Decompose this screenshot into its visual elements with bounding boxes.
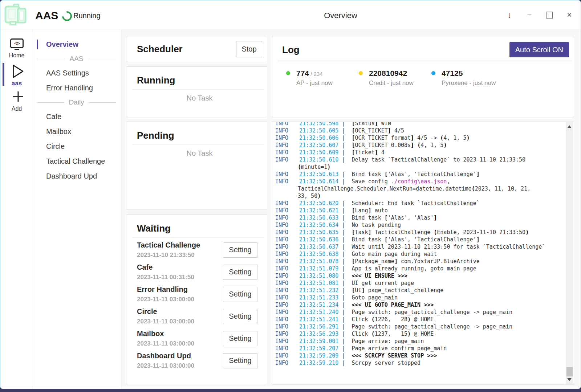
log-entry: INFO21:32:51.234 | <<< UI GOTO PAGE_MAIN… — [275, 301, 558, 309]
menu-item-cafe[interactable]: Cafe — [33, 109, 121, 124]
log-entry: INFO21:32:51.078 | [Package_name] com.Yo… — [275, 258, 558, 265]
menu-sidebar: OverviewAASAAS SettingsError HandlingDai… — [33, 30, 121, 389]
scheduler-title: Scheduler — [137, 44, 236, 55]
log-entry: INFO21:32:51.232 | [UI] page_tactical_ch… — [275, 287, 558, 294]
menu-item-circle[interactable]: Circle — [33, 139, 121, 154]
main-content: Scheduler Stop Running No Task Pending N… — [121, 30, 581, 389]
log-entry: INFO21:32:51.233 | Goto page_main — [275, 294, 558, 301]
menu-item-overview[interactable]: Overview — [33, 37, 121, 52]
waiting-task-row: Dashboard Upd2023-11-11 03:00:00Setting — [137, 350, 262, 372]
log-entry: INFO21:32:51.240 | Page switch: page_tac… — [275, 309, 558, 316]
log-header-panel: Log Auto Scroll ON 774 / 234AP - just no… — [272, 36, 574, 117]
code-monitor-icon: </> — [10, 38, 24, 48]
log-entry: INFO21:32:50.606 | [OCR_TICKET format] 4… — [275, 134, 558, 142]
nav-home-label: Home — [0, 52, 33, 59]
waiting-task-next-run: 2023-11-10 21:33:50 — [137, 252, 223, 259]
setting-button[interactable]: Setting — [223, 353, 257, 368]
stop-button[interactable]: Stop — [236, 41, 262, 57]
stat-credit: 220810942Credit - just now — [359, 69, 431, 87]
waiting-task-row: Mailbox2023-11-11 03:00:00Setting — [137, 327, 262, 350]
setting-button[interactable]: Setting — [223, 331, 257, 346]
scrollbar-thumb[interactable] — [566, 367, 573, 376]
setting-button[interactable]: Setting — [223, 265, 257, 280]
stat-dot-icon — [286, 71, 290, 75]
scroll-up-icon[interactable] — [567, 125, 572, 128]
waiting-task-next-run: 2023-11-11 03:00:00 — [137, 362, 223, 369]
waiting-title: Waiting — [137, 223, 262, 234]
log-entry: INFO21:32:59.210 | Scrcpy server stopped — [275, 359, 558, 367]
waiting-task-name: Circle — [137, 307, 223, 316]
nav-add-label: Add — [0, 106, 33, 112]
setting-button[interactable]: Setting — [223, 309, 257, 324]
log-entry: INFO21:32:50.613 | Bind task ['Alas', 'T… — [275, 171, 558, 178]
waiting-panel: Waiting Tactical Challenge2023-11-10 21:… — [127, 215, 267, 385]
log-title: Log — [282, 44, 509, 56]
resource-stats: 774 / 234AP - just now220810942Credit - … — [282, 69, 569, 87]
log-entry: INFO21:32:50.621 | [Lang] auto — [275, 207, 558, 214]
menu-item-dashboard-upd[interactable]: Dashboard Upd — [33, 169, 121, 184]
menu-group-divider: AAS — [33, 52, 121, 66]
waiting-task-name: Tactical Challenge — [137, 241, 223, 249]
log-entry: INFO21:32:50.610 | Delay task `TacticalC… — [275, 156, 558, 171]
title-bar: AAS Running Overview ↓−× — [0, 0, 581, 29]
log-entry: INFO21:32:51.241 | Click (1226, 28) @ HO… — [275, 316, 558, 323]
waiting-task-next-run: 2023-11-11 03:00:00 — [137, 318, 223, 325]
log-output-panel: INFO21:32:50.598 | [Status] WININFO21:32… — [272, 122, 574, 385]
log-entry: INFO21:32:50.609 | [Ticket] 4 — [275, 149, 558, 156]
close-icon[interactable]: × — [565, 10, 574, 20]
scheduler-panel: Scheduler Stop — [127, 36, 267, 62]
pending-empty-text: No Task — [137, 149, 262, 158]
plus-icon — [13, 91, 24, 102]
waiting-task-name: Cafe — [137, 263, 223, 271]
log-entry: INFO21:32:50.614 | Save config ./config\… — [275, 178, 558, 200]
minimize-icon[interactable]: − — [525, 10, 534, 20]
log-entry: INFO21:32:50.638 | Goto main page during… — [275, 250, 558, 258]
log-entry: INFO21:32:50.598 | [Status] WIN — [275, 122, 558, 127]
menu-item-aas-settings[interactable]: AAS Settings — [33, 66, 121, 81]
log-entry: INFO21:32:56.293 | Click (1237, 15) @ HO… — [275, 330, 558, 338]
menu-item-error-handling[interactable]: Error Handling — [33, 81, 121, 95]
waiting-task-name: Mailbox — [137, 330, 223, 338]
setting-button[interactable]: Setting — [223, 287, 257, 302]
nav-aas-label: aas — [0, 80, 33, 87]
log-entry: INFO21:32:50.620 | Scheduler: End task `… — [275, 200, 558, 207]
log-scrollbar[interactable] — [566, 122, 573, 384]
menu-item-tactical-challenge[interactable]: Tactical Challenge — [33, 154, 121, 169]
waiting-task-next-run: 2023-11-11 00:31:50 — [137, 274, 223, 281]
log-entry: INFO21:32:56.291 | Page switch: page_tac… — [275, 323, 558, 330]
stat-pyroxene: 47125Pyroxene - just now — [431, 69, 504, 87]
log-entry: INFO21:32:51.081 | UI get current page — [275, 279, 558, 287]
menu-item-mailbox[interactable]: Mailbox — [33, 124, 121, 139]
waiting-task-row: Cafe2023-11-11 00:31:50Setting — [137, 261, 262, 283]
log-entry: INFO21:32:50.635 | [Task] TacticalChalle… — [275, 229, 558, 236]
waiting-task-list: Tactical Challenge2023-11-10 21:33:50Set… — [137, 239, 262, 372]
stat-ap: 774 / 234AP - just now — [286, 69, 359, 87]
waiting-task-name: Dashboard Upd — [137, 352, 223, 360]
auto-scroll-button[interactable]: Auto Scroll ON — [509, 42, 569, 57]
app-window: AAS Running Overview ↓−× </> Home aas — [0, 0, 581, 389]
play-icon — [12, 64, 24, 79]
setting-button[interactable]: Setting — [223, 242, 257, 258]
waiting-task-row: Circle2023-11-11 03:00:00Setting — [137, 305, 262, 327]
waiting-task-next-run: 2023-11-11 03:00:00 — [137, 340, 223, 347]
maximize-icon[interactable] — [545, 12, 554, 19]
waiting-task-row: Error Handling2023-11-11 03:00:00Setting — [137, 283, 262, 305]
log-lines: INFO21:32:50.598 | [Status] WININFO21:32… — [275, 122, 558, 367]
log-entry: INFO21:32:50.607 | [OCR_TICKET 0.008s] (… — [275, 142, 558, 149]
running-empty-text: No Task — [137, 94, 262, 102]
log-entry: INFO21:32:51.080 | <<< UI ENSURE >>> — [275, 272, 558, 279]
log-entry: INFO21:32:50.605 | [OCR_TICKET] 4/5 — [275, 127, 558, 134]
stat-dot-icon — [431, 71, 435, 75]
pending-title: Pending — [137, 130, 262, 141]
minimize-to-tray-icon[interactable]: ↓ — [505, 10, 514, 20]
log-entry: INFO21:32:50.637 | Wait until 2023-11-10… — [275, 243, 558, 250]
log-entry: INFO21:32:50.636 | Bind task ['Alas', 'T… — [275, 236, 558, 243]
log-entry: INFO21:32:50.633 | Bind task ['Alas', 'A… — [275, 214, 558, 221]
page-title: Overview — [0, 11, 581, 20]
log-entry: INFO21:32:51.079 | App is already runnin… — [275, 265, 558, 272]
log-entry: INFO21:32:59.207 | Page arrive confirm p… — [275, 345, 558, 352]
waiting-task-row: Tactical Challenge2023-11-10 21:33:50Set… — [137, 239, 262, 261]
log-entry: INFO21:32:59.209 | <<< SCRCPY SERVER STO… — [275, 352, 558, 359]
stat-dot-icon — [359, 71, 363, 75]
scroll-down-icon[interactable] — [567, 378, 572, 381]
